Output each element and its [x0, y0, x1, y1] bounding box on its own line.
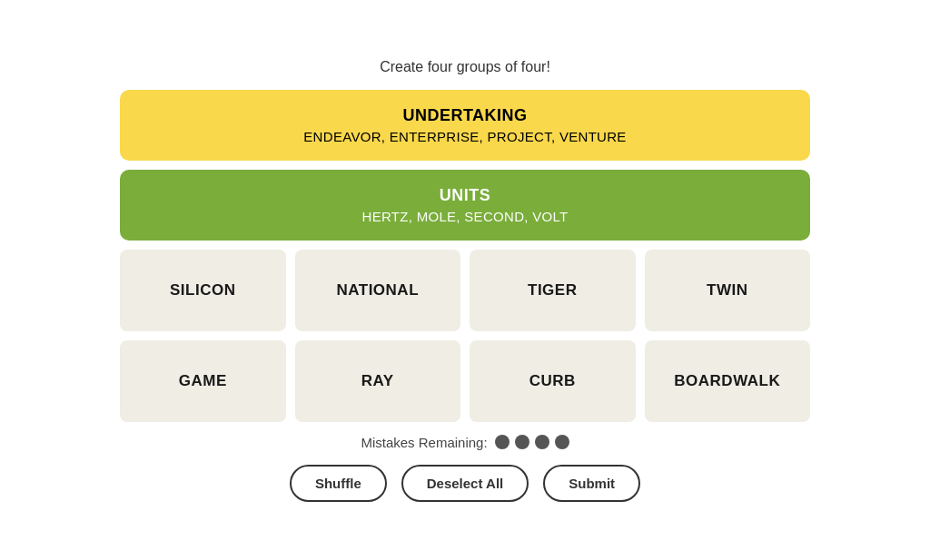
mistake-dot-3 — [535, 435, 549, 449]
grid-cell-game[interactable]: GAME — [120, 340, 286, 422]
mistake-dot-2 — [515, 435, 529, 449]
deselect-all-button[interactable]: Deselect All — [401, 465, 529, 502]
grid-cell-curb[interactable]: CURB — [470, 340, 636, 422]
grid-cell-ray[interactable]: RAY — [295, 340, 461, 422]
grid-cell-label: RAY — [361, 372, 394, 390]
grid-cell-label: TIGER — [528, 281, 577, 300]
grid-cell-boardwalk[interactable]: BOARDWALK — [645, 340, 811, 422]
green-group-words: HERTZ, MOLE, SECOND, VOLT — [138, 209, 792, 224]
grid-cell-label: NATIONAL — [336, 281, 419, 300]
solved-group-green: UNITS HERTZ, MOLE, SECOND, VOLT — [120, 170, 810, 241]
grid-cell-tiger[interactable]: TIGER — [470, 250, 636, 331]
game-container: Create four groups of four! UNDERTAKING … — [120, 59, 810, 502]
grid-cell-silicon[interactable]: SILICON — [120, 250, 286, 331]
grid-cell-twin[interactable]: TWIN — [645, 250, 811, 331]
submit-button[interactable]: Submit — [543, 465, 640, 502]
instruction-text: Create four groups of four! — [380, 59, 550, 75]
grid-cell-label: GAME — [179, 372, 227, 390]
grid-cell-label: BOARDWALK — [674, 372, 780, 390]
mistakes-label: Mistakes Remaining: — [361, 435, 487, 450]
grid-cell-label: SILICON — [170, 281, 235, 300]
mistakes-row: Mistakes Remaining: — [361, 435, 569, 450]
mistake-dot-1 — [495, 435, 510, 449]
mistakes-dots — [495, 435, 569, 449]
solved-group-yellow: UNDERTAKING ENDEAVOR, ENTERPRISE, PROJEC… — [120, 90, 810, 161]
grid-cell-label: TWIN — [707, 281, 747, 300]
buttons-row: ShuffleDeselect AllSubmit — [290, 465, 640, 502]
word-grid: SILICONNATIONALTIGERTWINGAMERAYCURBBOARD… — [120, 250, 810, 422]
yellow-group-title: UNDERTAKING — [138, 106, 792, 125]
green-group-title: UNITS — [138, 186, 792, 205]
grid-cell-national[interactable]: NATIONAL — [295, 250, 461, 331]
shuffle-button[interactable]: Shuffle — [290, 465, 387, 502]
grid-cell-label: CURB — [529, 372, 576, 390]
yellow-group-words: ENDEAVOR, ENTERPRISE, PROJECT, VENTURE — [138, 129, 792, 144]
mistake-dot-4 — [555, 435, 569, 449]
